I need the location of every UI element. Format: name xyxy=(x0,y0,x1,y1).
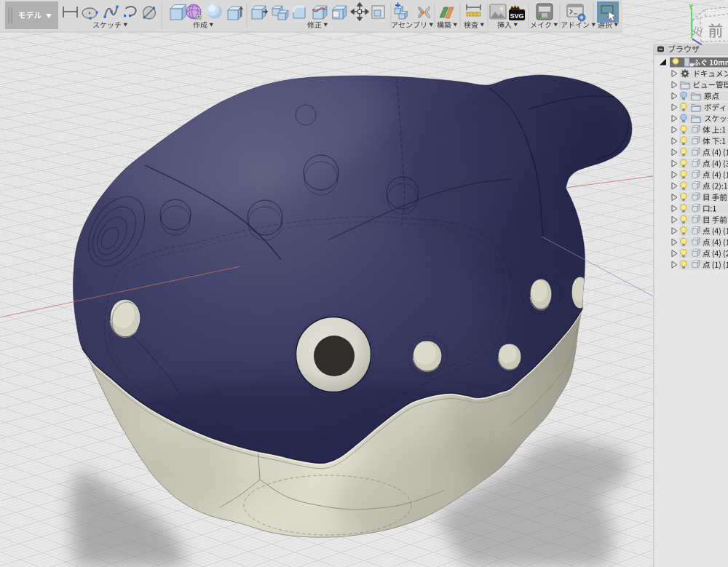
svg-text:Y: Y xyxy=(689,3,693,10)
svg-text:SVG: SVG xyxy=(510,12,523,20)
